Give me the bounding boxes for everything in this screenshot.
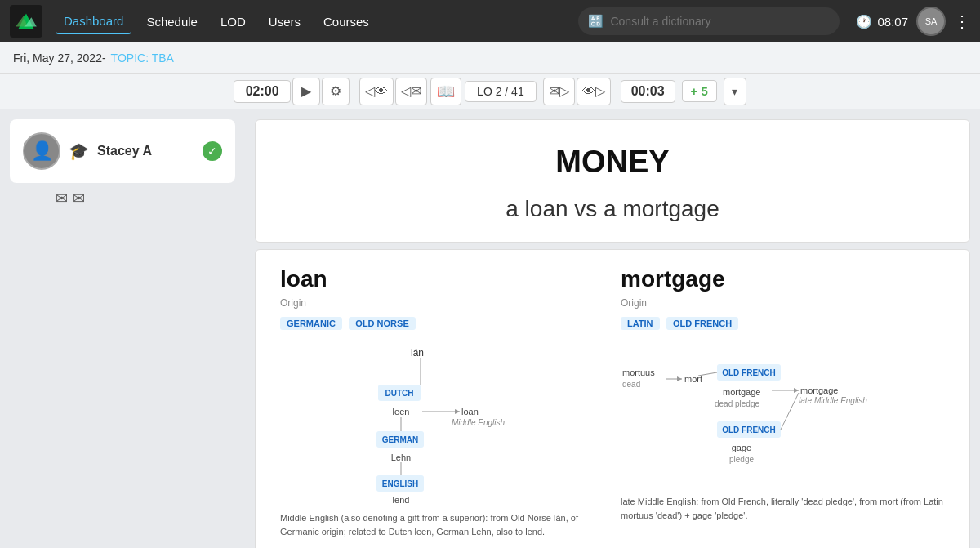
plus5-button[interactable]: + 5 — [682, 80, 717, 102]
user-avatar-nav[interactable]: SA — [916, 7, 946, 36]
expand-button[interactable]: ▾ — [724, 78, 746, 105]
nav-schedule[interactable]: Schedule — [138, 10, 206, 33]
tree-loan-me: loan — [461, 407, 479, 417]
mortgage-word-heading: mortgage — [621, 266, 945, 292]
chevron-down-icon: ▾ — [732, 85, 737, 98]
tree-english: ENGLISH — [382, 479, 418, 488]
tree-mortuus: mortuus — [622, 368, 655, 377]
settings-button[interactable]: ⚙ — [322, 78, 350, 105]
tree-mortgage-late: mortgage — [800, 385, 838, 395]
topic-text: TOPIC: TBA — [111, 51, 174, 65]
chevron-left-eye-icon: ◁ — [365, 83, 375, 99]
nav-users[interactable]: Users — [261, 10, 309, 33]
chevron-left-mail-icon: ◁ — [401, 83, 411, 99]
loan-tag-germanic: GERMANIC — [280, 317, 342, 330]
mortgage-origin-label: Origin — [621, 297, 945, 309]
tree-mortgage1: mortgage — [723, 387, 760, 397]
main-content: 👤 🎓 Stacey A ✓ ✉ ✉ MONEY a loan vs a mor… — [0, 109, 980, 548]
tree-pledge: pledge — [729, 455, 754, 464]
loan-word-heading: loan — [280, 266, 604, 292]
avatar: 👤 — [23, 132, 60, 170]
book-icon: 📖 — [437, 82, 455, 100]
user-name: Stacey A — [97, 144, 152, 158]
tree-loan-middle-english: Middle English — [452, 418, 505, 427]
clock-icon: 🕐 — [856, 14, 872, 29]
slide-subtitle: a loan vs a mortgage — [288, 196, 937, 222]
mail-icon-group: ✉ ✉ — [56, 189, 235, 207]
tree-of1: OLD FRENCH — [722, 368, 776, 377]
top-navigation: Dashboard Schedule LOD Users Courses 🔠 🕐… — [0, 0, 980, 42]
mortgage-etymology-tree: mortuus dead mort OLD FRENCH mortgage — [621, 340, 945, 487]
tree-dead1: dead — [622, 380, 640, 389]
logo[interactable] — [10, 5, 42, 38]
tree-of2: OLD FRENCH — [722, 425, 776, 434]
tree-lehn: Lehn — [391, 452, 411, 462]
tree-lan: lán — [411, 347, 424, 359]
nav-next-group: ✉ ▷ 👁 ▷ — [543, 78, 611, 105]
mortgage-section: mortgage Origin LATIN OLD FRENCH — [621, 266, 945, 538]
more-options-button[interactable]: ⋮ — [954, 11, 970, 31]
mortgage-footnote: late Middle English: from Old French, li… — [621, 495, 945, 522]
timer-display: 02:00 — [234, 80, 291, 103]
slide-area: MONEY a loan vs a mortgage loan Origin G… — [245, 109, 980, 548]
tree-german: GERMAN — [382, 435, 418, 444]
prev-mail-button[interactable]: ◁ ✉ — [395, 78, 427, 105]
svg-line-15 — [781, 393, 799, 430]
search-input[interactable] — [610, 15, 822, 28]
checkmark-icon: ✓ — [207, 145, 217, 158]
tree-late-me: late Middle English — [799, 396, 867, 405]
chevron-right-mail-icon: ▷ — [559, 83, 569, 99]
tree-dead-pledge: dead pledge — [715, 399, 760, 408]
sidebar: 👤 🎓 Stacey A ✓ ✉ ✉ — [0, 109, 245, 548]
lesson-toolbar: 02:00 ▶ ⚙ ◁ 👁 ◁ ✉ 📖 LO 2 / 41 ✉ ▷ 👁 ▷ 00… — [0, 74, 980, 109]
user-role-icon: 🎓 — [69, 141, 89, 161]
small-timer-display: 00:03 — [621, 80, 675, 103]
next-eye-button[interactable]: 👁 ▷ — [577, 78, 611, 105]
nav-prev-group: ◁ 👁 ◁ ✉ — [359, 78, 427, 105]
loan-footnote: Middle English (also denoting a gift fro… — [280, 511, 604, 538]
separator: - — [102, 51, 106, 65]
chevron-right-eye-icon: ▷ — [595, 83, 605, 99]
search-bar[interactable]: 🔠 — [578, 7, 840, 35]
play-button[interactable]: ▶ — [292, 78, 320, 105]
eye-next-icon: 👁 — [582, 84, 595, 99]
time-value: 08:07 — [877, 15, 908, 29]
loan-section: loan Origin GERMANIC OLD NORSE lán — [280, 266, 604, 538]
nav-courses[interactable]: Courses — [315, 10, 377, 33]
tree-gage: gage — [732, 443, 751, 452]
loan-tags: GERMANIC OLD NORSE — [280, 315, 604, 333]
loan-origin-label: Origin — [280, 297, 604, 309]
nav-dashboard[interactable]: Dashboard — [56, 9, 131, 34]
prev-eye-button[interactable]: ◁ 👁 — [359, 78, 394, 105]
dictionary-card: loan Origin GERMANIC OLD NORSE lán — [255, 249, 970, 548]
mortgage-tag-oldfrench: OLD FRENCH — [666, 317, 738, 330]
tree-lend: lend — [393, 495, 410, 505]
title-slide: MONEY a loan vs a mortgage — [255, 119, 970, 243]
eye-icon: 👁 — [375, 84, 388, 99]
mail-icon-2[interactable]: ✉ — [73, 189, 85, 207]
mail-icon-1[interactable]: ✉ — [56, 189, 68, 207]
nav-lod[interactable]: LOD — [212, 10, 254, 33]
book-button[interactable]: 📖 — [430, 78, 461, 105]
lo-display: LO 2 / 41 — [465, 81, 537, 102]
check-badge: ✓ — [203, 141, 222, 161]
date-bar: Fri, May 27, 2022 - TOPIC: TBA — [0, 42, 980, 74]
user-card: 👤 🎓 Stacey A ✓ — [10, 119, 235, 183]
mail-next-icon: ✉ — [549, 83, 559, 99]
tree-dutch: DUTCH — [385, 389, 414, 398]
timer-group: 02:00 ▶ ⚙ — [234, 78, 350, 105]
date-text: Fri, May 27, 2022 — [13, 51, 102, 65]
loan-etymology-tree: lán DUTCH leen GERMAN — [280, 340, 604, 503]
next-mail-button[interactable]: ✉ ▷ — [543, 78, 575, 105]
tree-leen: leen — [393, 407, 410, 417]
clock-display: 🕐 08:07 — [856, 14, 908, 29]
slide-title: MONEY — [288, 145, 937, 180]
mortgage-tags: LATIN OLD FRENCH — [621, 315, 945, 333]
mail-icon: ✉ — [411, 83, 421, 99]
mortgage-tag-latin: LATIN — [621, 317, 660, 330]
loan-tag-oldnorse: OLD NORSE — [349, 317, 415, 330]
nav-right: 🕐 08:07 SA ⋮ — [856, 7, 970, 36]
